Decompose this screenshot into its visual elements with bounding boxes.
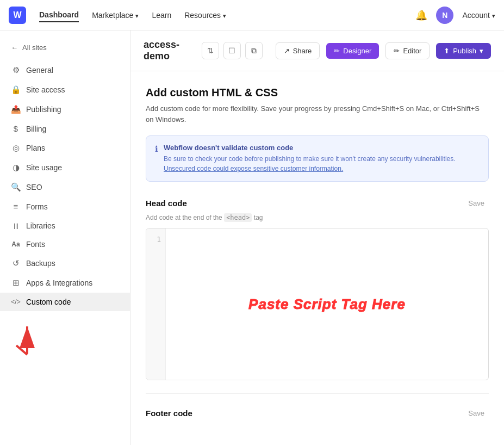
sidebar-item-billing[interactable]: $ Billing [0, 119, 130, 138]
account-menu[interactable]: Account [462, 11, 495, 20]
warning-link[interactable]: Unsecured code could expose sensitive cu… [164, 165, 343, 172]
apps-icon: ⊞ [11, 278, 21, 288]
nav-item-resources[interactable]: Resources [184, 9, 226, 22]
custom-code-icon: </> [11, 298, 21, 306]
site-actions: ⇅ ☐ ⧉ [202, 42, 263, 59]
back-all-sites[interactable]: ← All sites [0, 39, 130, 56]
billing-icon: $ [11, 124, 21, 133]
forms-icon: ≡ [11, 202, 21, 211]
sidebar-item-backups[interactable]: ↺ Backups [0, 254, 130, 273]
publishing-icon: 📤 [11, 104, 21, 114]
sidebar-item-plans[interactable]: ◎ Plans [0, 138, 130, 158]
sidebar-item-libraries[interactable]: ⫼ Libraries [0, 216, 130, 235]
content-area: access-demo ⇅ ☐ ⧉ ↗ Share ✏ Designer ✏ E… [130, 30, 504, 445]
head-code-editor[interactable]: 1 Paste Script Tag Here [146, 228, 489, 380]
info-icon: ℹ [155, 144, 158, 174]
share-icon: ↗ [284, 47, 290, 55]
designer-button[interactable]: ✏ Designer [326, 43, 379, 59]
head-code-section-header: Head code Save [146, 197, 489, 209]
sidebar-item-custom-code[interactable]: </> Custom code [0, 293, 130, 311]
warning-title: Webflow doesn't validate custom code [164, 144, 480, 152]
footer-code-save-button[interactable]: Save [464, 407, 489, 419]
nav-item-learn[interactable]: Learn [152, 9, 171, 22]
plans-icon: ◎ [11, 143, 21, 153]
nav-right: 🔔 N Account [415, 7, 495, 24]
head-code-title: Head code [146, 199, 187, 208]
head-code-description: Add code at the end of the <head> tag [146, 214, 489, 221]
site-usage-icon: ◑ [11, 163, 21, 172]
notification-bell-icon[interactable]: 🔔 [415, 9, 427, 21]
sidebar-item-site-usage[interactable]: ◑ Site usage [0, 158, 130, 177]
account-chevron-icon [492, 11, 495, 20]
publish-button[interactable]: ⬆ Publish ▾ [436, 43, 491, 59]
publish-icon: ⬆ [444, 47, 450, 55]
designer-pencil-icon: ✏ [334, 47, 340, 55]
logo[interactable]: W [9, 7, 26, 24]
sidebar-item-fonts[interactable]: Aa Fonts [0, 235, 130, 254]
nav-item-dashboard[interactable]: Dashboard [39, 8, 79, 22]
sidebar-item-publishing[interactable]: 📤 Publishing [0, 100, 130, 119]
publish-arrow-icon: ▾ [480, 47, 483, 55]
site-topbar: access-demo ⇅ ☐ ⧉ ↗ Share ✏ Designer ✏ E… [130, 30, 504, 71]
site-name: access-demo [144, 39, 191, 62]
warning-box: ℹ Webflow doesn't validate custom code B… [146, 135, 489, 182]
page-content: Add custom HTML & CSS Add custom code fo… [130, 71, 504, 439]
sidebar-item-site-access[interactable]: 🔒 Site access [0, 80, 130, 100]
back-arrow-icon: ← [11, 44, 18, 52]
fonts-icon: Aa [11, 240, 21, 248]
avatar[interactable]: N [436, 7, 453, 24]
libraries-icon: ⫼ [11, 221, 21, 230]
editor-button[interactable]: ✏ Editor [385, 42, 430, 59]
sidebar: ← All sites ⚙ General 🔒 Site access 📤 Pu… [0, 30, 130, 445]
seo-icon: 🔍 [11, 182, 21, 192]
sidebar-item-apps-integrations[interactable]: ⊞ Apps & Integrations [0, 273, 130, 293]
footer-code-title: Footer code [146, 409, 192, 418]
sidebar-item-forms[interactable]: ≡ Forms [0, 197, 130, 216]
editor-pencil-icon: ✏ [394, 47, 400, 55]
backups-icon: ↺ [11, 258, 21, 268]
page-description: Add custom code for more flexibility. Sa… [146, 103, 489, 125]
top-nav: W Dashboard Marketplace Learn Resources … [0, 0, 504, 30]
head-code-save-button[interactable]: Save [464, 197, 489, 209]
nav-item-marketplace[interactable]: Marketplace [92, 9, 139, 22]
resources-chevron-icon [223, 11, 226, 20]
sidebar-item-seo[interactable]: 🔍 SEO [0, 177, 130, 197]
general-icon: ⚙ [11, 65, 21, 75]
warning-text: Be sure to check your code before publis… [164, 154, 480, 174]
code-body: Paste Script Tag Here [166, 228, 488, 380]
duplicate-icon-button[interactable]: ☐ [223, 42, 241, 59]
page-title: Add custom HTML & CSS [146, 86, 489, 99]
section-divider [146, 393, 489, 394]
copy-link-icon-button[interactable]: ⧉ [245, 42, 263, 59]
share-button[interactable]: ↗ Share [276, 42, 320, 59]
lock-icon: 🔒 [11, 85, 21, 95]
svg-line-2 [16, 345, 27, 355]
sidebar-item-general[interactable]: ⚙ General [0, 60, 130, 80]
code-gutter: 1 [146, 228, 166, 380]
transfer-icon-button[interactable]: ⇅ [202, 42, 219, 59]
main-layout: ← All sites ⚙ General 🔒 Site access 📤 Pu… [0, 30, 504, 445]
footer-code-section-header: Footer code Save [146, 407, 489, 419]
annotation-arrow [11, 316, 54, 359]
head-code-textarea[interactable] [166, 228, 488, 380]
marketplace-chevron-icon [135, 11, 139, 20]
